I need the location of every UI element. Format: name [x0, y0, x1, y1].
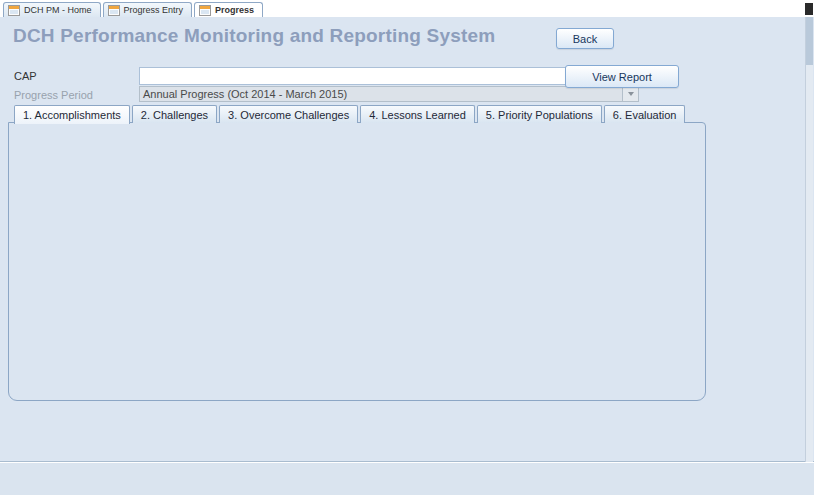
doc-tab-label: Progress: [215, 5, 254, 15]
accomplishments-panel: [8, 122, 706, 401]
tab-challenges[interactable]: 2. Challenges: [132, 105, 217, 123]
document-tab-bar: DCH PM - Home Progress Entry Progress: [0, 0, 814, 17]
progress-period-field: Annual Progress (Oct 2014 - March 2015): [139, 86, 639, 102]
cap-combobox[interactable]: [139, 67, 639, 85]
form-icon: [108, 5, 120, 16]
chevron-down-icon: [628, 92, 634, 96]
progress-period-label: Progress Period: [14, 89, 93, 101]
doc-tab-progress[interactable]: Progress: [194, 2, 263, 17]
tab-overcome-challenges[interactable]: 3. Overcome Challenges: [219, 105, 358, 123]
progress-period-dropdown-button: [622, 87, 638, 101]
bottom-strip: [0, 463, 814, 495]
app-window: DCH PM - Home Progress Entry Progress DC…: [0, 0, 814, 495]
section-tab-strip: 1. Accomplishments 2. Challenges 3. Over…: [14, 105, 687, 124]
doc-tab-label: DCH PM - Home: [24, 5, 92, 15]
view-report-button[interactable]: View Report: [565, 65, 679, 88]
form-icon: [199, 5, 211, 16]
tab-lessons-learned[interactable]: 4. Lessons Learned: [360, 105, 475, 123]
tab-priority-populations[interactable]: 5. Priority Populations: [477, 105, 602, 123]
form-icon: [8, 5, 20, 16]
doc-tab-progress-entry[interactable]: Progress Entry: [103, 2, 193, 17]
tab-accomplishments[interactable]: 1. Accomplishments: [14, 105, 130, 124]
doc-tab-dch-pm-home[interactable]: DCH PM - Home: [3, 2, 101, 17]
doc-tab-label: Progress Entry: [124, 5, 184, 15]
scroll-corner-mark: [805, 3, 813, 15]
progress-period-value: Annual Progress (Oct 2014 - March 2015): [140, 88, 622, 100]
vertical-scrollbar[interactable]: [805, 17, 813, 462]
back-button[interactable]: Back: [556, 28, 614, 49]
cap-label: CAP: [14, 70, 37, 82]
page-title: DCH Performance Monitoring and Reporting…: [13, 25, 495, 47]
tab-evaluation[interactable]: 6. Evaluation: [604, 105, 686, 123]
scrollbar-thumb[interactable]: [806, 17, 813, 65]
